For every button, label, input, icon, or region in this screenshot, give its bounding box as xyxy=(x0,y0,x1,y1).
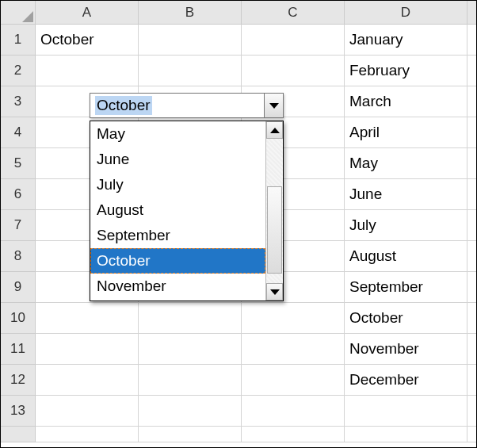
chevron-down-icon xyxy=(269,103,279,109)
combo-scrollbar xyxy=(265,121,283,301)
scroll-track[interactable] xyxy=(266,139,283,283)
combo-option[interactable]: November xyxy=(90,274,265,299)
cell-D11[interactable]: November xyxy=(345,334,467,365)
row-header-8[interactable]: 8 xyxy=(1,241,36,272)
cell-C12[interactable] xyxy=(242,365,345,396)
row-header-9[interactable]: 9 xyxy=(1,272,36,303)
cell-D9[interactable]: September xyxy=(345,272,467,303)
select-all-corner[interactable] xyxy=(1,1,36,25)
scroll-up-button[interactable] xyxy=(266,121,283,139)
cell-A11[interactable] xyxy=(36,334,139,365)
row-header-5[interactable]: 5 xyxy=(1,148,36,179)
row-header-1[interactable]: 1 xyxy=(1,25,36,56)
combo-option-selected[interactable]: October xyxy=(90,248,265,274)
combo-box: October May June July August September O… xyxy=(90,93,284,301)
cell-D6[interactable]: June xyxy=(345,179,467,210)
cell-D3[interactable]: March xyxy=(345,86,467,117)
cell-C1[interactable] xyxy=(242,25,345,56)
combo-option[interactable]: May xyxy=(90,121,265,147)
cell-D1[interactable]: January xyxy=(345,25,467,56)
cell-B10[interactable] xyxy=(139,303,242,334)
cell-D12[interactable]: December xyxy=(345,365,467,396)
row-header-7[interactable]: 7 xyxy=(1,210,36,241)
col-header-D[interactable]: D xyxy=(345,1,467,25)
col-header-B[interactable]: B xyxy=(139,1,242,25)
combo-option[interactable]: July xyxy=(90,172,265,197)
cell-C11[interactable] xyxy=(242,334,345,365)
cell-B12[interactable] xyxy=(139,365,242,396)
cell-A2[interactable] xyxy=(36,56,139,86)
cell-D5[interactable]: May xyxy=(345,148,467,179)
combo-field[interactable]: October xyxy=(90,93,284,118)
cell-C10[interactable] xyxy=(242,303,345,334)
cell-D8[interactable]: August xyxy=(345,241,467,272)
col-header-A[interactable]: A xyxy=(36,1,139,25)
cell-B11[interactable] xyxy=(139,334,242,365)
col-header-edge xyxy=(467,1,477,25)
combo-option[interactable]: September xyxy=(90,223,265,248)
chevron-up-icon xyxy=(270,128,280,133)
cell-B1[interactable] xyxy=(139,25,242,56)
cell-B13[interactable] xyxy=(139,396,242,427)
cell-C13[interactable] xyxy=(242,396,345,427)
combo-value: October xyxy=(95,96,152,115)
combo-items: May June July August September October N… xyxy=(90,121,265,301)
row-header-10[interactable]: 10 xyxy=(1,303,36,334)
scroll-down-button[interactable] xyxy=(266,283,283,301)
row-header-2[interactable]: 2 xyxy=(1,56,36,86)
cell-A13[interactable] xyxy=(36,396,139,427)
cell-D13[interactable] xyxy=(345,396,467,427)
chevron-down-icon xyxy=(270,289,280,295)
cell-D7[interactable]: July xyxy=(345,210,467,241)
combo-option[interactable]: August xyxy=(90,197,265,223)
cell-C2[interactable] xyxy=(242,56,345,86)
row-header-13[interactable]: 13 xyxy=(1,396,36,427)
row-header-12[interactable]: 12 xyxy=(1,365,36,396)
combo-text[interactable]: October xyxy=(90,94,264,117)
combo-option[interactable]: June xyxy=(90,147,265,172)
row-header-6[interactable]: 6 xyxy=(1,179,36,210)
combo-option[interactable]: December xyxy=(90,299,265,301)
cell-B2[interactable] xyxy=(139,56,242,86)
row-header-4[interactable]: 4 xyxy=(1,117,36,148)
row-header-3[interactable]: 3 xyxy=(1,86,36,117)
cell-D10[interactable]: October xyxy=(345,303,467,334)
row-header-11[interactable]: 11 xyxy=(1,334,36,365)
cell-A12[interactable] xyxy=(36,365,139,396)
row-header-14[interactable] xyxy=(1,427,36,442)
cell-edge xyxy=(467,25,477,56)
cell-A1[interactable]: October xyxy=(36,25,139,56)
cell-A10[interactable] xyxy=(36,303,139,334)
cell-D2[interactable]: February xyxy=(345,56,467,86)
col-header-C[interactable]: C xyxy=(242,1,345,25)
cell-D4[interactable]: April xyxy=(345,117,467,148)
combo-dropdown-button[interactable] xyxy=(264,94,283,117)
combo-list: May June July August September October N… xyxy=(90,121,284,301)
scroll-thumb[interactable] xyxy=(267,186,282,274)
